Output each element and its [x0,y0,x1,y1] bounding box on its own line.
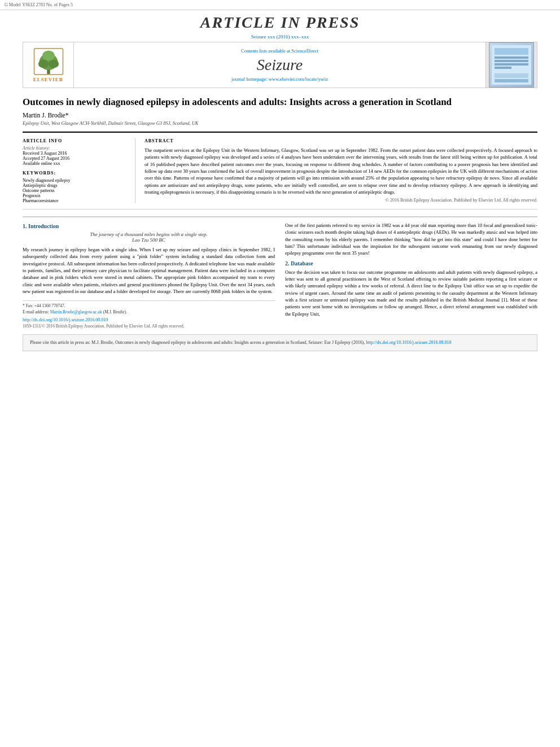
received-value: Received 3 August 2016 [23,151,128,156]
body-para1: My research journey in epilepsy began wi… [23,246,275,295]
email-link[interactable]: Martin.Brodie@glasgow.ac.uk [50,309,102,314]
journal-title: Seizure [257,56,303,74]
journal-ref: Seizure xxx (2016) xxx–xxx [0,33,560,42]
author-name: Martin J. Brodie* [23,112,537,119]
abstract-text: The outpatient services at the Epilepsy … [145,147,537,195]
keywords-section: Keywords: Newly diagnosed epilepsy Antie… [23,171,128,203]
svg-rect-9 [495,60,528,62]
citation-text: Please cite this article in press as: M.… [30,340,365,345]
aip-text: ARTICLE IN PRESS [0,14,560,32]
body-right-para2: Once the decision was taken to focus our… [285,269,537,317]
fax-footnote: * Fax: +44 1360 770747. [23,303,275,309]
abstract-title: ABSTRACT [145,138,537,143]
author-affiliation: Epilepsy Unit, West Glasgow ACH-Yorkhill… [23,120,537,126]
elsevier-logo-box: ELSEVIER [23,42,74,88]
article-title: Outcomes in newly diagnosed epilepsy in … [23,96,537,108]
section2-heading: 2. Database [285,260,537,267]
keyword-5: Pharmacoresistance [23,198,128,203]
citation-link[interactable]: http://dx.doi.org/10.1016/j.seizure.2016… [366,340,451,345]
svg-rect-10 [495,63,528,65]
keyword-2: Antiepileptic drugs [23,183,128,188]
svg-point-3 [49,60,59,68]
svg-rect-13 [495,79,528,82]
journal-header-box: ELSEVIER Contents lists available at Sci… [23,42,537,88]
keyword-1: Newly diagnosed epilepsy [23,178,128,183]
issn-line: 1059-1311/© 2016 British Epilepsy Associ… [23,324,275,329]
citation-bar: Please cite this article in press as: M.… [23,334,537,351]
footnote-area: * Fax: +44 1360 770747. E-mail address: … [23,300,275,315]
journal-header-center: Contents lists available at ScienceDirec… [74,42,486,88]
abstract-col: ABSTRACT The outpatient services at the … [145,138,537,203]
header-strip: G Model YSEIZ 2783 No. of Pages 5 [0,0,560,10]
svg-rect-12 [495,73,528,78]
body-col-left: 1. Introduction The journey of a thousan… [23,222,275,329]
body-section: 1. Introduction The journey of a thousan… [23,222,537,329]
info-abstract-section: ARTICLE INFO Article history: Received 3… [23,132,537,209]
journal-url[interactable]: www.elsevier.com/locate/yseiz [269,76,328,82]
yseiz-label: YSEIZ 2783 No. of Pages 5 [22,2,73,7]
svg-rect-8 [495,56,528,59]
email-footnote: E-mail address: Martin.Brodie@glasgow.ac… [23,309,275,316]
article-info-title: ARTICLE INFO [23,138,128,143]
aip-banner: ARTICLE IN PRESS [0,10,560,33]
journal-ref-text: Seizure xxx (2016) xxx–xxx [251,34,309,40]
svg-rect-11 [495,67,511,69]
article-info-col: ARTICLE INFO Article history: Received 3… [23,138,135,203]
quote-text: The journey of a thousand miles begins w… [23,231,275,243]
keywords-title: Keywords: [23,171,128,176]
elsevier-text: ELSEVIER [33,77,64,82]
body-right-para1: One of the first patients referred to my… [285,222,537,257]
journal-thumbnail [489,42,534,88]
history-title: Article history: [23,146,128,151]
journal-homepage: journal homepage: www.elsevier.com/locat… [231,76,328,82]
svg-rect-7 [495,48,528,55]
g-model-label: G Model [5,2,21,7]
accepted-value: Accepted 27 August 2016 [23,156,128,161]
main-content: Outcomes in newly diagnosed epilepsy in … [23,96,537,329]
elsevier-tree-icon [32,47,65,76]
svg-point-4 [42,50,55,60]
contents-line: Contents lists available at ScienceDirec… [241,48,318,54]
separator [23,216,537,217]
journal-thumbnail-box [486,42,537,88]
abstract-copyright: © 2016 British Epilepsy Association. Pub… [145,198,537,203]
keyword-4: Prognosis [23,193,128,198]
available-value: Available online xxx [23,161,128,166]
body-col-right: One of the first patients referred to my… [285,222,537,329]
sciencedirect-link[interactable]: ScienceDirect [291,48,318,54]
doi-line[interactable]: http://dx.doi.org/10.1016/j.seizure.2016… [23,317,275,322]
section1-heading: 1. Introduction [23,223,275,229]
svg-point-2 [38,60,48,68]
keyword-3: Outcome patterns [23,188,128,193]
